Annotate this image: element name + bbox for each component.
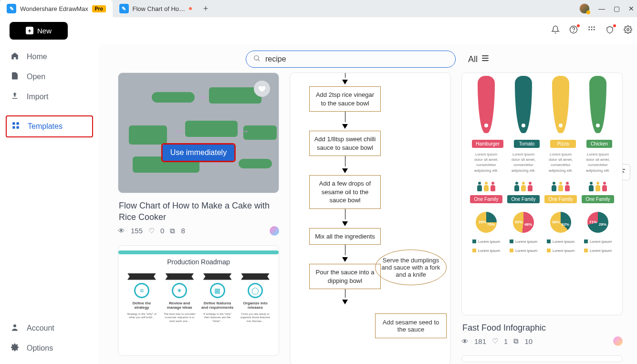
close-button[interactable]: ✕ [628,5,634,12]
template-card[interactable]: Add 2tsp rice vinegar to the sauce bowl … [290,73,451,364]
use-immediately-highlight: Use immediately [161,143,236,162]
svg-point-8 [627,29,629,31]
sidebar-item-options[interactable]: Options [6,338,93,358]
author-avatar[interactable] [613,336,623,346]
unsaved-dot-icon [189,7,192,10]
sidebar-item-open[interactable]: Open [6,67,93,87]
window-controls: — ▢ ✕ [579,3,637,14]
account-icon [10,323,20,333]
sidebar-label: Open [27,73,45,81]
tab-main[interactable]: ✎ Wondershare EdrawMax Pro [0,0,113,17]
tab-document-label: Flow Chart of Ho… [133,5,186,12]
thumb-title: Production Roadmap [125,258,272,266]
flow-node: Serve the dumplings and sauce with a for… [375,250,447,285]
svg-rect-12 [17,126,19,129]
sidebar: Home Open Import Templates Account [0,44,99,364]
template-card[interactable]: Hamburger Tomato Pizza Chicken Lorem ips… [461,73,623,364]
svg-point-5 [588,29,590,31]
views-icon: 👁 [461,337,469,345]
likes-count: 0 [160,227,164,235]
sidebar-label: Home [27,52,47,61]
help-icon[interactable] [569,25,578,36]
import-icon [10,92,20,102]
flow-node: Add 1/8tsp sweet chilli sauce to sauce b… [309,131,381,156]
titlebar: ✎ Wondershare EdrawMax Pro ✎ Flow Chart … [0,0,637,17]
user-avatar[interactable] [579,3,590,14]
filter-label: All [468,54,478,64]
new-button-label: New [37,27,52,35]
filter-all-button[interactable]: All [468,53,490,65]
tab-document[interactable]: ✎ Flow Chart of Ho… [113,0,199,17]
pro-badge: Pro [92,5,106,12]
menu-icon [480,53,490,65]
home-icon [10,52,20,62]
copies-icon: ⧉ [170,227,175,235]
template-meta: 👁155 ♡0 ⧉8 [118,226,279,236]
search-input[interactable] [265,55,449,63]
likes-count: 1 [504,337,508,345]
gear-icon [10,343,20,354]
sidebar-item-import[interactable]: Import [6,87,93,107]
flow-node: Add 2tsp rice vinegar to the sauce bowl [309,86,381,112]
minimize-button[interactable]: — [598,5,605,12]
svg-point-7 [594,29,595,31]
sidebar-item-templates[interactable]: Templates [6,115,93,137]
templates-icon [11,121,21,132]
svg-rect-11 [12,126,15,129]
search-icon [253,54,261,64]
svg-point-3 [591,26,593,28]
template-thumbnail[interactable] [461,355,623,362]
likes-icon: ♡ [492,337,498,345]
svg-point-4 [594,26,595,28]
tab-add-button[interactable]: + [198,4,213,14]
views-count: 181 [474,337,486,345]
svg-point-15 [254,56,259,60]
template-title: Flow Chart of How to Make a Cake with Ri… [119,200,278,223]
template-thumbnail[interactable]: → ← → → Use immediately [118,73,279,193]
sidebar-label: Account [27,324,54,333]
sidebar-label: Import [27,93,48,101]
copies-icon: ⧉ [513,337,519,345]
maximize-button[interactable]: ▢ [614,5,620,12]
use-immediately-button[interactable]: Use immediately [163,145,234,161]
sidebar-label: Templates [28,122,63,131]
template-meta: 👁181 ♡1 ⧉10 [461,336,623,346]
template-thumbnail[interactable]: Hamburger Tomato Pizza Chicken Lorem ips… [461,73,623,315]
favorite-button[interactable] [254,81,270,97]
flow-node: Pour the sauce into a dipping bowl [309,264,381,289]
svg-rect-10 [17,122,19,125]
template-thumbnail[interactable]: Add 2tsp rice vinegar to the sauce bowl … [290,73,451,364]
plus-icon: + [26,27,33,34]
author-avatar[interactable] [270,226,279,236]
views-icon: 👁 [118,227,125,235]
file-icon [10,72,20,82]
template-thumbnail[interactable]: Production Roadmap ≡Define the strategyS… [118,245,279,356]
doc-icon: ✎ [119,4,129,13]
new-button[interactable]: + New [10,22,68,40]
sidebar-label: Options [27,344,53,353]
svg-rect-9 [12,122,15,125]
notifications-icon[interactable] [551,25,560,36]
likes-icon: ♡ [148,227,155,235]
template-gallery: → ← → → Use immediately Flow Chart of Ho… [99,73,637,364]
copies-count: 8 [181,227,185,235]
template-card[interactable]: Production Roadmap ≡Define the strategyS… [118,245,279,356]
copies-count: 10 [524,337,533,345]
theme-icon[interactable] [606,25,614,36]
top-toolbar: + New [0,17,637,44]
flow-node: Add sesame seed to the sauce [375,313,447,338]
settings-icon[interactable] [624,25,632,36]
template-card[interactable]: → ← → → Use immediately Flow Chart of Ho… [118,73,279,236]
svg-point-2 [588,26,590,28]
template-title: Fast Food Infographic [462,322,622,333]
apps-icon[interactable] [587,25,596,36]
sidebar-item-home[interactable]: Home [6,47,93,67]
sidebar-item-account[interactable]: Account [6,318,93,338]
app-logo-icon: ✎ [7,4,16,13]
flow-node: Mix all the ingredients [309,228,381,245]
svg-point-1 [574,31,574,31]
content-area: All → ← → → [99,44,637,364]
tab-main-label: Wondershare EdrawMax [20,5,88,12]
search-box[interactable] [246,51,456,68]
svg-point-13 [13,324,16,327]
